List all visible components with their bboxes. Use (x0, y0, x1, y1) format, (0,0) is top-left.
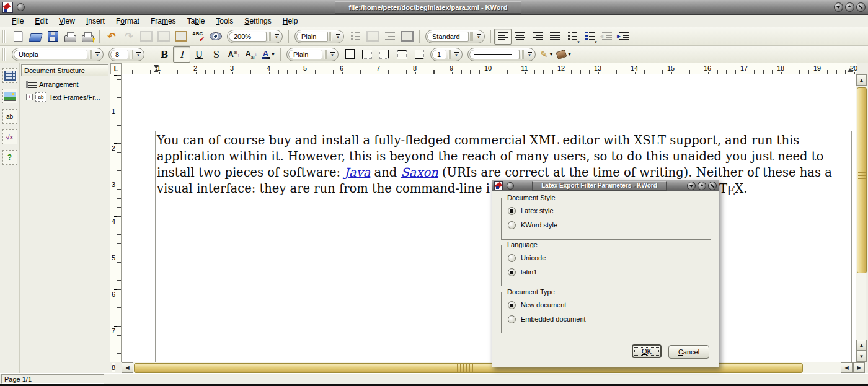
right-indent-marker[interactable] (847, 68, 853, 72)
superscript-button[interactable]: AaI↑ (225, 46, 242, 63)
bullet-list-button[interactable]: ▼ (581, 29, 598, 45)
frame-properties-button[interactable] (172, 29, 190, 45)
border-top-button[interactable] (393, 46, 410, 63)
vertical-scrollbar-thumb[interactable] (857, 87, 867, 273)
scroll-right-button[interactable]: ▶ (853, 362, 865, 373)
align-justify-button[interactable] (546, 29, 564, 45)
border-color-button[interactable]: ✎▼ (538, 46, 556, 63)
frame-style-combobox[interactable]: Plain ▼ (286, 48, 339, 61)
radio-embedded-document[interactable]: Embedded document (508, 314, 586, 324)
menu-table[interactable]: Table (182, 17, 211, 25)
scroll-left-button[interactable]: ◀ (841, 362, 852, 373)
insert-formula-button[interactable]: √x (2, 129, 17, 144)
kword-app-icon[interactable] (494, 181, 503, 190)
maximize-button[interactable] (698, 182, 706, 190)
dialog-titlebar[interactable]: Latex Export Filter Parameters - KWord (492, 180, 719, 191)
zoom-combobox[interactable]: 200% ▼ (227, 30, 283, 43)
menu-view[interactable]: View (53, 17, 81, 25)
ok-button[interactable]: OK (632, 344, 662, 358)
border-width-value[interactable]: 1 (432, 50, 446, 59)
underline-button[interactable]: U (190, 46, 208, 63)
edit-frame-button[interactable] (138, 29, 155, 45)
decrease-indent-button[interactable]: ◀ (598, 29, 616, 45)
paragraph-layout-button[interactable] (381, 29, 399, 45)
horizontal-ruler[interactable]: 1234567891011121314151617181920 (122, 63, 856, 74)
tab-stop-selector[interactable]: L (110, 63, 122, 74)
redo-button[interactable]: ↷ (120, 29, 138, 45)
strikethrough-button[interactable]: S (208, 46, 225, 63)
chevron-down-icon[interactable]: ▼ (452, 52, 461, 57)
frame-borders-button[interactable] (399, 29, 416, 45)
create-style-button[interactable] (347, 29, 364, 45)
scroll-up-button[interactable]: ▲ (856, 74, 867, 86)
align-center-button[interactable] (512, 29, 529, 45)
italic-button[interactable]: I (173, 46, 190, 63)
kword-app-icon[interactable] (2, 2, 13, 13)
paragraph-style-value[interactable]: Plain (296, 32, 328, 42)
view-mode-button[interactable] (207, 29, 224, 45)
save-button[interactable] (44, 29, 61, 45)
chevron-down-icon[interactable]: ▼ (272, 34, 281, 39)
cancel-button[interactable]: Cancel (668, 345, 709, 359)
subscript-button[interactable]: AaI↓ (242, 46, 260, 63)
bold-button[interactable]: B (156, 46, 173, 63)
increase-indent-button[interactable]: ▶ (616, 29, 633, 45)
text-color-button[interactable]: A▼ (260, 46, 277, 63)
close-icon[interactable] (856, 2, 866, 12)
toolbar-grip[interactable] (2, 30, 6, 43)
insert-picture-button[interactable] (2, 89, 17, 103)
radio-kword-style[interactable]: KWord style (508, 220, 557, 230)
link-java[interactable]: Java (344, 165, 370, 180)
undo-button[interactable]: ↶ (103, 29, 120, 45)
chevron-down-icon[interactable]: ▼ (93, 52, 102, 57)
print-button[interactable] (61, 29, 79, 45)
print-preview-button[interactable] (79, 29, 96, 45)
vertical-ruler[interactable]: 12345678 (110, 74, 122, 362)
radio-new-document[interactable]: New document (508, 300, 566, 310)
maximize-button[interactable] (845, 2, 854, 12)
scroll-down-button[interactable]: ▼ (856, 351, 867, 362)
border-width-combobox[interactable]: 1 ▼ (430, 48, 463, 61)
expand-icon[interactable]: + (26, 94, 33, 100)
border-style-combobox[interactable]: ▼ (467, 48, 536, 61)
border-style-value[interactable] (469, 50, 520, 59)
vertical-scrollbar[interactable]: ▲ ▲ ▼ (856, 74, 866, 362)
radio-unicode[interactable]: Unicode (508, 253, 546, 263)
zoom-value[interactable]: 200% (229, 32, 267, 42)
radio-latex-style[interactable]: Latex style (508, 206, 554, 216)
radio-latin1[interactable]: latin1 (508, 267, 537, 277)
shade-button[interactable] (834, 2, 843, 12)
border-bottom-button[interactable] (410, 46, 428, 63)
numbered-list-button[interactable]: ▼ (564, 29, 581, 45)
background-color-button[interactable]: ▼ (556, 46, 573, 63)
menu-tools[interactable]: Tools (210, 17, 239, 25)
chevron-down-icon[interactable]: ▼ (134, 52, 143, 57)
table-style-combobox[interactable]: Standard ▼ (425, 30, 485, 43)
menu-insert[interactable]: Insert (81, 17, 110, 25)
insert-table-button[interactable] (2, 68, 17, 83)
chevron-down-icon[interactable]: ▼ (474, 34, 483, 39)
scroll-left-button[interactable]: ◀ (122, 362, 133, 373)
tree-item-text-frames[interactable]: + ab Text Frames/Fr... (26, 92, 110, 102)
paragraph-style-combobox[interactable]: Plain ▼ (294, 30, 344, 43)
open-button[interactable] (27, 29, 44, 45)
insert-text-frame-button[interactable]: ab (2, 109, 17, 124)
indent-marker[interactable] (154, 69, 159, 72)
font-size-combobox[interactable]: 8 ▼ (108, 48, 144, 61)
chevron-down-icon[interactable]: ▼ (328, 52, 337, 57)
chevron-down-icon[interactable]: ▼ (525, 52, 534, 57)
frame-style-value[interactable]: Plain (288, 50, 322, 59)
menu-edit[interactable]: Edit (29, 17, 53, 25)
align-right-button[interactable] (529, 29, 546, 45)
create-frame-style-button[interactable] (364, 29, 381, 45)
link-saxon[interactable]: Saxon (401, 165, 438, 180)
align-left-button[interactable] (494, 29, 512, 45)
border-left-button[interactable] (358, 46, 376, 63)
toolbar-grip[interactable] (2, 48, 6, 61)
font-family-value[interactable]: Utopia (14, 50, 87, 59)
shade-button[interactable] (687, 182, 696, 190)
border-outline-button[interactable] (341, 46, 358, 63)
new-document-button[interactable] (9, 29, 27, 45)
menu-file[interactable]: File (6, 17, 29, 25)
font-size-value[interactable]: 8 (110, 50, 128, 59)
